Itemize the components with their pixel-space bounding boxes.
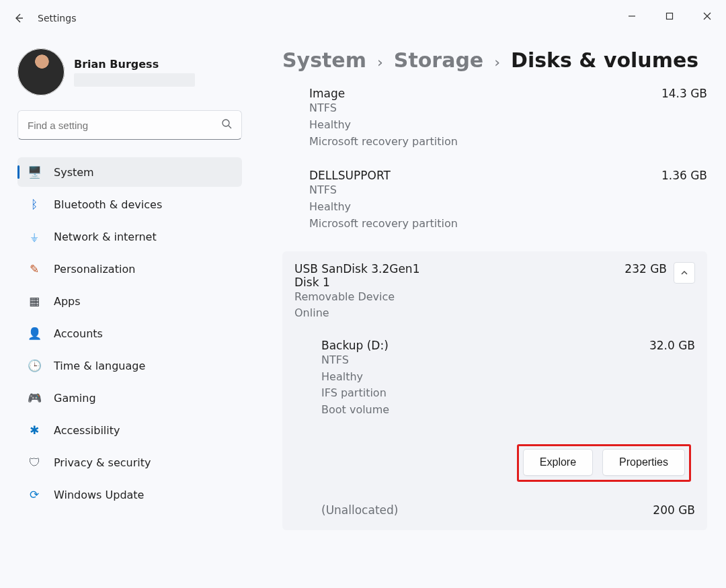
sidebar-item-label: Gaming xyxy=(54,392,96,405)
collapse-button[interactable] xyxy=(674,262,695,284)
chevron-up-icon xyxy=(680,269,688,277)
disk-detail: Removable Device xyxy=(294,289,616,305)
partition-detail: Microsoft recovery partition xyxy=(309,134,458,151)
sidebar: Brian Burgess 🖥️SystemᛒBluetooth & devic… xyxy=(0,36,255,588)
sidebar-item-label: Privacy & security xyxy=(54,456,151,469)
sidebar-item-label: Accounts xyxy=(54,327,103,340)
partition-title: DELLSUPPORT xyxy=(309,169,458,182)
partition-detail: Healthy xyxy=(309,117,458,134)
nav: 🖥️SystemᛒBluetooth & devices⏚Network & i… xyxy=(17,157,242,509)
sidebar-item-label: Network & internet xyxy=(54,230,157,243)
user-block[interactable]: Brian Burgess xyxy=(17,48,242,95)
partition-detail: NTFS xyxy=(309,182,458,199)
unallocated-label: (Unallocated) xyxy=(321,503,398,517)
volume-detail: NTFS xyxy=(321,352,389,369)
sidebar-item-label: System xyxy=(54,166,94,179)
partition-detail: Healthy xyxy=(309,199,458,216)
sidebar-item-accessibility-icon: ✱ xyxy=(27,423,42,437)
chevron-right-icon: › xyxy=(494,54,500,71)
sidebar-item-personalization-icon: ✎ xyxy=(27,261,42,276)
search-box[interactable] xyxy=(17,110,242,140)
disk-size: 232 GB xyxy=(624,262,667,276)
sidebar-item-time[interactable]: 🕒Time & language xyxy=(17,351,242,380)
partition-size: 14.3 GB xyxy=(661,87,707,100)
user-email-redacted xyxy=(74,73,195,87)
sidebar-item-network-icon: ⏚ xyxy=(27,229,42,244)
chevron-right-icon: › xyxy=(377,54,383,71)
sidebar-item-time-icon: 🕒 xyxy=(27,358,42,373)
close-button[interactable] xyxy=(688,0,726,32)
sidebar-item-system[interactable]: 🖥️System xyxy=(17,157,242,187)
disk-name: USB SanDisk 3.2Gen1 xyxy=(294,262,616,276)
breadcrumb-system[interactable]: System xyxy=(282,48,366,72)
main-content: System › Storage › Disks & volumes Image… xyxy=(255,36,726,588)
sidebar-item-update[interactable]: ⟳Windows Update xyxy=(17,480,242,509)
sidebar-item-gaming-icon: 🎮 xyxy=(27,390,42,405)
volume-detail: Boot volume xyxy=(321,402,389,419)
app-title: Settings xyxy=(38,13,76,24)
minimize-button[interactable] xyxy=(613,0,651,32)
sidebar-item-privacy[interactable]: 🛡Privacy & security xyxy=(17,448,242,477)
window-controls xyxy=(613,0,726,32)
sidebar-item-bluetooth-icon: ᛒ xyxy=(27,197,42,212)
breadcrumb-current: Disks & volumes xyxy=(511,48,698,72)
sidebar-item-network[interactable]: ⏚Network & internet xyxy=(17,222,242,251)
highlight-annotation: Explore Properties xyxy=(517,444,691,482)
sidebar-item-apps[interactable]: ▦Apps xyxy=(17,286,242,316)
disk-card: USB SanDisk 3.2Gen1 Disk 1 Removable Dev… xyxy=(282,251,707,530)
maximize-button[interactable] xyxy=(651,0,688,32)
partition-size: 1.36 GB xyxy=(661,169,707,182)
unallocated-size: 200 GB xyxy=(653,503,695,517)
avatar xyxy=(17,48,65,95)
back-button[interactable] xyxy=(5,5,32,32)
sidebar-item-label: Personalization xyxy=(54,263,135,276)
maximize-icon xyxy=(666,12,674,20)
sidebar-item-gaming[interactable]: 🎮Gaming xyxy=(17,383,242,413)
volume-size: 32.0 GB xyxy=(649,339,695,352)
explore-button[interactable]: Explore xyxy=(523,449,593,476)
properties-button[interactable]: Properties xyxy=(602,449,685,476)
arrow-left-icon xyxy=(13,13,24,24)
volume-backup[interactable]: Backup (D:) NTFS Healthy IFS partition B… xyxy=(294,321,695,491)
svg-point-4 xyxy=(223,120,229,126)
partition-detail: NTFS xyxy=(309,100,458,117)
search-input[interactable] xyxy=(28,120,221,131)
sidebar-item-apps-icon: ▦ xyxy=(27,294,42,308)
partition-title: Image xyxy=(309,87,458,100)
sidebar-item-accounts-icon: 👤 xyxy=(27,326,42,341)
sidebar-item-accessibility[interactable]: ✱Accessibility xyxy=(17,415,242,445)
sidebar-item-system-icon: 🖥️ xyxy=(27,165,42,179)
sidebar-item-personalization[interactable]: ✎Personalization xyxy=(17,254,242,284)
breadcrumb-storage[interactable]: Storage xyxy=(394,48,483,72)
disk-id: Disk 1 xyxy=(294,276,616,289)
partition-detail: Microsoft recovery partition xyxy=(309,216,458,233)
svg-rect-1 xyxy=(667,13,673,19)
sidebar-item-label: Bluetooth & devices xyxy=(54,198,162,211)
disk-detail: Online xyxy=(294,305,616,321)
user-name: Brian Burgess xyxy=(74,58,195,71)
unallocated-row[interactable]: (Unallocated) 200 GB xyxy=(294,491,695,517)
volume-title: Backup (D:) xyxy=(321,339,389,352)
sidebar-item-label: Accessibility xyxy=(54,424,120,437)
sidebar-item-label: Apps xyxy=(54,295,81,308)
sidebar-item-update-icon: ⟳ xyxy=(27,487,42,502)
sidebar-item-bluetooth[interactable]: ᛒBluetooth & devices xyxy=(17,190,242,219)
titlebar: Settings xyxy=(0,0,726,36)
svg-line-5 xyxy=(229,126,231,128)
sidebar-item-label: Windows Update xyxy=(54,489,144,501)
sidebar-item-privacy-icon: 🛡 xyxy=(27,455,42,470)
volume-detail: Healthy xyxy=(321,369,389,386)
partition-image[interactable]: Image NTFS Healthy Microsoft recovery pa… xyxy=(282,87,707,150)
close-icon xyxy=(703,12,711,20)
search-icon xyxy=(221,118,232,132)
sidebar-item-accounts[interactable]: 👤Accounts xyxy=(17,319,242,348)
sidebar-item-label: Time & language xyxy=(54,360,145,372)
partition-dellsupport[interactable]: DELLSUPPORT NTFS Healthy Microsoft recov… xyxy=(282,169,707,232)
minimize-icon xyxy=(628,12,636,20)
breadcrumb: System › Storage › Disks & volumes xyxy=(282,48,707,72)
volume-detail: IFS partition xyxy=(321,385,389,402)
